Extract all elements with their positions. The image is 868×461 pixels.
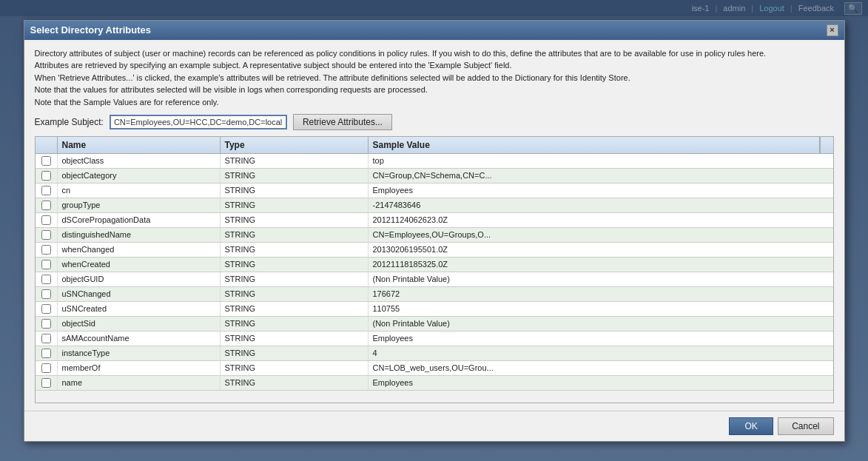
- table-row: groupType STRING -2147483646: [36, 198, 833, 213]
- row-checkbox[interactable]: [41, 201, 51, 210]
- row-checkbox-cell: [36, 243, 58, 257]
- row-checkbox-cell: [36, 169, 58, 183]
- row-type: STRING: [221, 243, 369, 257]
- row-checkbox[interactable]: [41, 230, 51, 240]
- row-name: dSCorePropagationData: [58, 213, 221, 227]
- row-type: STRING: [221, 198, 369, 212]
- row-name: cn: [58, 184, 221, 198]
- row-name: name: [58, 376, 221, 390]
- attributes-table: Name Type Sample Value objectClass STRIN…: [35, 136, 834, 403]
- row-sample-value: Employees: [369, 184, 833, 198]
- row-sample-value: 20121124062623.0Z: [369, 213, 833, 227]
- row-checkbox[interactable]: [41, 171, 51, 181]
- table-row: whenCreated STRING 20121118185325.0Z: [36, 258, 833, 272]
- row-name: memberOf: [58, 361, 221, 375]
- row-sample-value: -2147483646: [369, 198, 833, 212]
- row-type: STRING: [221, 317, 369, 331]
- row-checkbox[interactable]: [41, 156, 51, 166]
- row-checkbox-cell: [36, 184, 58, 198]
- row-checkbox[interactable]: [41, 289, 51, 299]
- row-checkbox-cell: [36, 198, 58, 212]
- modal-overlay: Select Directory Attributes × Directory …: [0, 0, 868, 461]
- table-header: Name Type Sample Value: [36, 137, 833, 154]
- dialog-titlebar: Select Directory Attributes ×: [24, 21, 844, 40]
- table-row: objectClass STRING top: [36, 154, 833, 169]
- row-sample-value: 20130206195501.0Z: [369, 243, 833, 257]
- row-sample-value: CN=Group,CN=Schema,CN=C...: [369, 169, 833, 183]
- table-row: distinguishedName STRING CN=Employees,OU…: [36, 228, 833, 243]
- row-checkbox[interactable]: [41, 349, 51, 358]
- row-checkbox[interactable]: [41, 260, 51, 269]
- row-sample-value: 176672: [369, 287, 833, 301]
- row-sample-value: top: [369, 154, 833, 168]
- row-checkbox-cell: [36, 228, 58, 242]
- row-sample-value: 20121118185325.0Z: [369, 258, 833, 272]
- table-row: objectCategory STRING CN=Group,CN=Schema…: [36, 169, 833, 184]
- table-row: instanceType STRING 4: [36, 346, 833, 361]
- row-name: objectCategory: [58, 169, 221, 183]
- table-row: sAMAccountName STRING Employees: [36, 332, 833, 346]
- table-row: cn STRING Employees: [36, 184, 833, 198]
- example-subject-input[interactable]: [110, 115, 287, 129]
- row-sample-value: Employees: [369, 376, 833, 390]
- th-checkbox: [36, 137, 58, 153]
- th-sample-value: Sample Value: [369, 137, 820, 153]
- description-text: Directory attributes of subject (user or…: [35, 47, 834, 109]
- row-checkbox[interactable]: [41, 186, 51, 195]
- row-checkbox-cell: [36, 287, 58, 301]
- row-type: STRING: [221, 213, 369, 227]
- row-sample-value: Employees: [369, 332, 833, 346]
- table-row: dSCorePropagationData STRING 20121124062…: [36, 213, 833, 228]
- row-checkbox-cell: [36, 361, 58, 375]
- row-checkbox-cell: [36, 346, 58, 360]
- row-checkbox-cell: [36, 332, 58, 346]
- row-checkbox[interactable]: [41, 363, 51, 373]
- select-directory-attributes-dialog: Select Directory Attributes × Directory …: [24, 20, 845, 442]
- row-type: STRING: [221, 287, 369, 301]
- row-sample-value: CN=Employees,OU=Groups,O...: [369, 228, 833, 242]
- row-checkbox-cell: [36, 154, 58, 168]
- row-name: groupType: [58, 198, 221, 212]
- table-row: objectGUID STRING (Non Printable Value): [36, 272, 833, 287]
- row-checkbox[interactable]: [41, 319, 51, 329]
- row-type: STRING: [221, 184, 369, 198]
- row-checkbox[interactable]: [41, 378, 51, 388]
- table-row: name STRING Employees: [36, 376, 833, 391]
- row-checkbox[interactable]: [41, 275, 51, 284]
- row-checkbox-cell: [36, 213, 58, 227]
- table-row: memberOf STRING CN=LOB_web_users,OU=Grou…: [36, 361, 833, 376]
- row-checkbox-cell: [36, 317, 58, 331]
- th-type: Type: [221, 137, 369, 153]
- row-name: objectGUID: [58, 272, 221, 286]
- dialog-close-button[interactable]: ×: [827, 24, 838, 36]
- cancel-button[interactable]: Cancel: [778, 417, 833, 435]
- row-name: distinguishedName: [58, 228, 221, 242]
- table-row: objectSid STRING (Non Printable Value): [36, 317, 833, 332]
- dialog-footer: OK Cancel: [24, 411, 844, 441]
- row-checkbox[interactable]: [41, 245, 51, 255]
- row-type: STRING: [221, 169, 369, 183]
- table-row: uSNCreated STRING 110755: [36, 302, 833, 317]
- row-type: STRING: [221, 376, 369, 390]
- row-sample-value: (Non Printable Value): [369, 317, 833, 331]
- dialog-body: Directory attributes of subject (user or…: [24, 40, 844, 411]
- row-name: whenCreated: [58, 258, 221, 272]
- example-subject-label: Example Subject:: [35, 117, 104, 127]
- row-name: uSNCreated: [58, 302, 221, 316]
- row-name: uSNChanged: [58, 287, 221, 301]
- row-checkbox-cell: [36, 258, 58, 272]
- dialog-title: Select Directory Attributes: [30, 24, 152, 36]
- row-checkbox[interactable]: [41, 215, 51, 225]
- row-checkbox[interactable]: [41, 334, 51, 343]
- row-checkbox-cell: [36, 302, 58, 316]
- row-type: STRING: [221, 258, 369, 272]
- row-name: objectClass: [58, 154, 221, 168]
- row-type: STRING: [221, 302, 369, 316]
- retrieve-attributes-button[interactable]: Retrieve Attributes...: [293, 114, 392, 130]
- row-checkbox-cell: [36, 376, 58, 390]
- ok-button[interactable]: OK: [729, 417, 773, 435]
- table-body: objectClass STRING top objectCategory ST…: [36, 154, 833, 403]
- row-type: STRING: [221, 272, 369, 286]
- row-checkbox[interactable]: [41, 304, 51, 314]
- row-name: objectSid: [58, 317, 221, 331]
